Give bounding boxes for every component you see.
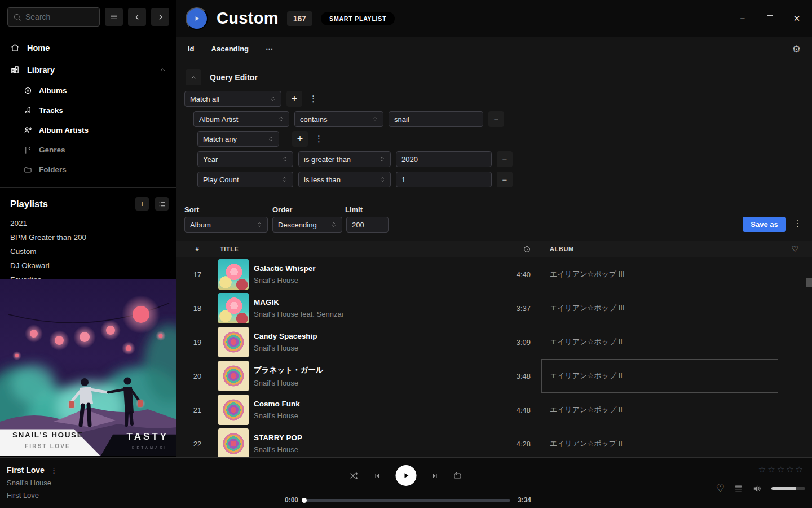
scrollbar-thumb[interactable] — [806, 278, 812, 287]
track-album[interactable]: エイリアン☆ポップ II — [550, 337, 623, 347]
window-maximize-button[interactable] — [765, 14, 775, 24]
rule-group-menu-button[interactable]: ⋮ — [309, 94, 317, 104]
playlist-item[interactable]: BPM Greater than 200 — [0, 230, 176, 244]
track-title[interactable]: プラネット・ガール — [254, 365, 324, 375]
match-all-select[interactable]: Match all — [184, 91, 281, 107]
repeat-button[interactable] — [453, 471, 463, 481]
table-row[interactable]: 19 Candy Spaceship Snail's House 3:09 エイ… — [176, 325, 812, 359]
search-field[interactable] — [25, 12, 94, 21]
playlist-item[interactable]: DJ Okawari — [0, 259, 176, 273]
rule-value-input[interactable] — [389, 111, 483, 127]
track-album[interactable]: エイリアン☆ポップ II — [550, 405, 623, 415]
focused-cell[interactable]: エイリアン☆ポップ II — [541, 359, 778, 393]
sidebar-item-folders[interactable]: Folders — [0, 160, 176, 179]
add-group-rule-button[interactable]: + — [292, 131, 308, 147]
group-rule-value-input[interactable] — [396, 151, 492, 167]
table-row[interactable]: 18 MAGIK Snail's House feat. Sennzai 3:3… — [176, 291, 812, 325]
remove-rule-button[interactable]: − — [488, 111, 504, 127]
now-playing-title[interactable]: First Love — [7, 466, 45, 475]
more-options-button[interactable]: ⋯ — [266, 45, 274, 53]
play-playlist-button[interactable] — [186, 7, 208, 30]
track-album[interactable]: エイリアン☆ポップ II — [550, 371, 623, 381]
rating-stars[interactable]: ☆ ☆ ☆ ☆ ☆ — [758, 465, 803, 475]
queue-button[interactable] — [734, 484, 743, 493]
track-album[interactable]: エイリアン☆ポップ III — [550, 303, 625, 313]
seek-slider[interactable] — [302, 499, 510, 502]
group-rule-field-select[interactable]: Year — [197, 151, 293, 167]
sidebar-item-home[interactable]: Home — [0, 37, 176, 59]
sidebar-item-genres[interactable]: Genres — [0, 140, 176, 160]
star-icon[interactable]: ☆ — [786, 465, 793, 475]
column-header-favorite[interactable]: ♡ — [778, 244, 812, 253]
window-close-button[interactable]: ✕ — [792, 14, 802, 24]
playlist-item[interactable]: 2021 — [0, 216, 176, 230]
sidebar-item-albums[interactable]: Albums — [0, 81, 176, 100]
add-playlist-button[interactable]: + — [135, 197, 149, 211]
sidebar-item-tracks[interactable]: Tracks — [0, 100, 176, 120]
previous-track-button[interactable] — [373, 471, 382, 480]
query-editor-collapse-button[interactable] — [186, 69, 201, 85]
now-playing-artist[interactable]: Snail's House — [7, 479, 58, 487]
table-row[interactable]: 20 プラネット・ガール Snail's House 3:48 エイリアン☆ポッ… — [176, 359, 812, 393]
table-settings-button[interactable]: ⚙ — [792, 43, 801, 55]
track-album[interactable]: エイリアン☆ポップ III — [550, 269, 625, 279]
group-rule-operator-select[interactable]: is greater than — [298, 151, 391, 167]
window-minimize-button[interactable]: − — [738, 14, 748, 24]
track-artist[interactable]: Snail's House — [254, 411, 300, 420]
volume-button[interactable] — [752, 484, 762, 493]
rule-operator-select[interactable]: contains — [294, 111, 383, 127]
group-rule-operator-select[interactable]: is less than — [298, 172, 391, 187]
nav-back-button[interactable] — [128, 8, 146, 26]
table-row[interactable]: 17 Galactic Whisper Snail's House 4:40 エ… — [176, 257, 812, 291]
remove-group-rule-button[interactable]: − — [497, 151, 513, 167]
sidebar-item-library[interactable]: Library — [0, 59, 176, 81]
search-input[interactable] — [7, 7, 100, 27]
track-title[interactable]: MAGIK — [254, 298, 343, 306]
add-rule-button[interactable]: + — [286, 91, 302, 107]
rule-field-select[interactable]: Album Artist — [193, 111, 289, 127]
track-artist[interactable]: Snail's House — [254, 276, 316, 284]
track-artist[interactable]: Snail's House — [254, 344, 317, 352]
now-playing-album[interactable]: First Love — [7, 491, 58, 500]
shuffle-button[interactable] — [350, 471, 360, 481]
star-icon[interactable]: ☆ — [767, 465, 775, 475]
track-title[interactable]: Candy Spaceship — [254, 332, 317, 340]
track-title[interactable]: Galactic Whisper — [254, 264, 316, 273]
star-icon[interactable]: ☆ — [758, 465, 766, 475]
chevron-up-icon[interactable] — [159, 66, 166, 73]
next-track-button[interactable] — [430, 471, 439, 480]
track-title[interactable]: STARRY POP — [254, 433, 302, 442]
seek-knob[interactable] — [302, 498, 307, 503]
group-rule-field-select[interactable]: Play Count — [197, 172, 293, 187]
save-menu-button[interactable]: ⋮ — [793, 218, 802, 229]
track-album[interactable]: エイリアン☆ポップ II — [550, 439, 623, 449]
sort-field-button[interactable]: Id — [188, 45, 195, 53]
order-select[interactable]: Descending — [272, 217, 342, 233]
playlist-list-button[interactable] — [155, 197, 169, 211]
match-any-select[interactable]: Match any — [197, 131, 279, 147]
table-row[interactable]: 21 Cosmo Funk Snail's House 4:48 エイリアン☆ポ… — [176, 393, 812, 427]
group-rule-value-input[interactable] — [396, 172, 492, 187]
column-header-duration[interactable] — [508, 246, 541, 253]
now-playing-menu-button[interactable]: ⋮ — [50, 466, 58, 475]
table-row[interactable]: 22 STARRY POP Snail's House 4:28 エイリアン☆ポ… — [176, 427, 812, 457]
sort-select[interactable]: Album — [184, 217, 268, 233]
column-header-index[interactable]: # — [176, 246, 218, 252]
limit-input[interactable] — [346, 217, 389, 233]
star-icon[interactable]: ☆ — [796, 465, 803, 475]
track-artist[interactable]: Snail's House feat. Sennzai — [254, 310, 343, 318]
now-playing-album-art[interactable]: SNAIL'S HOUSE FIRST LOVE TASTY BETAMAXI — [0, 279, 176, 456]
column-header-title[interactable]: TITLE — [218, 246, 508, 252]
remove-group-rule-button[interactable]: − — [497, 172, 513, 187]
save-as-button[interactable]: Save as — [743, 217, 786, 232]
nav-forward-button[interactable] — [151, 8, 169, 26]
sidebar-item-album-artists[interactable]: Album Artists — [0, 120, 176, 140]
star-icon[interactable]: ☆ — [777, 465, 784, 475]
favorite-button[interactable]: ♡ — [716, 483, 725, 494]
column-header-album[interactable]: ALBUM — [541, 246, 778, 252]
track-title[interactable]: Cosmo Funk — [254, 400, 300, 408]
menu-button[interactable] — [105, 8, 123, 26]
playlist-item[interactable]: Custom — [0, 244, 176, 259]
track-artist[interactable]: Snail's House — [254, 379, 324, 387]
group-menu-button[interactable]: ⋮ — [315, 134, 323, 144]
